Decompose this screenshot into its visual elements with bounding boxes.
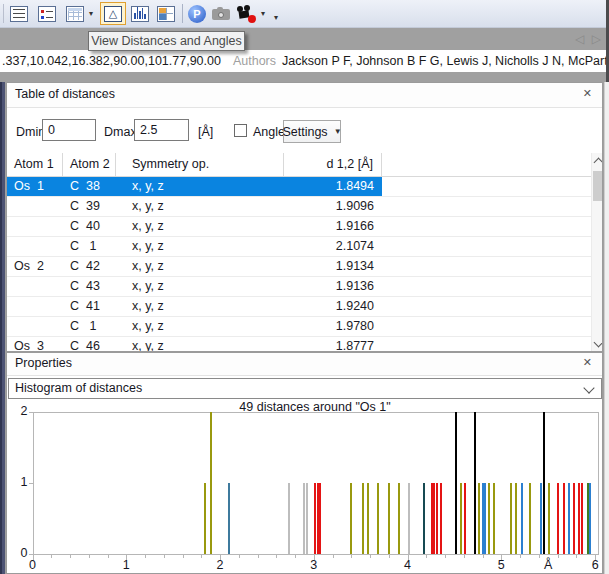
x-minor-tick — [108, 555, 109, 558]
dmax-input[interactable] — [134, 119, 189, 141]
x-minor-tick — [164, 555, 165, 558]
view-table-icon — [66, 6, 84, 22]
dock-divider[interactable] — [0, 82, 5, 574]
table-row[interactable]: C 1x, y, z2.1074 — [7, 237, 591, 257]
histogram-bar — [474, 412, 476, 554]
x-tick-label: 2 — [210, 558, 230, 572]
table-row[interactable]: C 43x, y, z1.9136 — [7, 277, 591, 297]
angstrom-unit-label: [Å] — [198, 125, 213, 139]
x-tick-label: 4 — [398, 558, 418, 572]
settings-button[interactable]: Settings▼ — [283, 120, 341, 143]
histogram-bar — [521, 483, 523, 554]
histogram-bar — [464, 483, 466, 554]
histogram-bar — [303, 483, 305, 554]
cell-atom2: C 1 — [63, 317, 116, 336]
column-header-distance[interactable]: d 1,2 [Å] — [284, 153, 382, 176]
table-row[interactable]: Os 3C 46x, y, z1.8777 — [7, 337, 591, 352]
x-axis-unit-label: Å — [540, 558, 556, 572]
view-histograms-button[interactable] — [129, 3, 151, 24]
scrollbar-thumb[interactable] — [593, 171, 603, 201]
view-list-button[interactable] — [36, 3, 58, 24]
histogram-bar — [460, 483, 462, 554]
histogram-bar — [581, 483, 583, 554]
panel-dock-arrow-icon[interactable]: ▾ — [104, 91, 108, 100]
distances-panel-close-icon[interactable]: ✕ — [583, 87, 592, 100]
cell-atom2: C 39 — [63, 197, 116, 216]
toolbar-grip — [3, 4, 4, 23]
structure-nav-arrows[interactable]: ◁ ▷ — [575, 32, 603, 46]
histogram-bar — [228, 483, 230, 554]
histogram-bar — [482, 483, 484, 554]
table-row[interactable]: Os 1C 38x, y, z1.8494 — [7, 177, 591, 197]
application-window: ▾ △ P ▾ ▾ V — [0, 0, 609, 574]
histogram-bar — [433, 483, 435, 554]
render-movie-button[interactable] — [234, 3, 258, 24]
snapshot-button[interactable] — [210, 3, 232, 24]
x-minor-tick — [258, 555, 259, 558]
cell-distance: 1.9136 — [284, 277, 382, 296]
scrollbar-down-icon[interactable] — [592, 336, 603, 351]
x-minor-tick — [201, 555, 202, 558]
histogram-bar — [568, 483, 570, 554]
histogram-bar — [440, 483, 442, 554]
cell-atom2: C 38 — [63, 177, 116, 196]
histogram-bar — [557, 483, 559, 554]
toolbar-overflow-icon[interactable]: ▾ — [274, 13, 278, 22]
column-header-symmetry[interactable]: Symmetry op. — [116, 153, 284, 176]
platon-button[interactable]: P — [186, 3, 208, 24]
view-table-button[interactable] — [64, 3, 86, 24]
x-tick-label: 1 — [116, 558, 136, 572]
column-header-atom1[interactable]: Atom 1 — [7, 153, 63, 176]
table-row[interactable]: C 41x, y, z1.9240 — [7, 297, 591, 317]
histogram-bar — [488, 483, 490, 554]
view-distances-angles-button[interactable]: △ — [100, 2, 126, 25]
view-table-dropdown-icon[interactable]: ▾ — [89, 9, 93, 18]
view-list-icon — [38, 6, 56, 22]
histogram-bar — [317, 483, 319, 554]
histogram-bar — [515, 483, 517, 554]
table-row[interactable]: Os 2C 42x, y, z1.9134 — [7, 257, 591, 277]
column-header-atom2[interactable]: Atom 2 — [63, 153, 116, 176]
properties-panel-title: Properties — [15, 356, 72, 370]
histogram-bar — [423, 483, 425, 554]
dmin-input[interactable] — [42, 119, 96, 141]
plot-right-border — [598, 412, 599, 554]
histogram-bar — [398, 483, 400, 554]
x-minor-tick — [483, 555, 484, 558]
property-selector-combobox[interactable]: Histogram of distances — [8, 378, 602, 399]
view-text-button[interactable] — [8, 3, 30, 24]
distance-histogram: 49 distances around "Os 1" 0120123456Å — [7, 399, 602, 574]
cell-atom2: C 42 — [63, 257, 116, 276]
distances-panel-title: Table of distances — [15, 87, 115, 101]
table-row[interactable]: C 39x, y, z1.9096 — [7, 197, 591, 217]
view-spreadsheet-button[interactable] — [155, 3, 177, 24]
cell-symmetry: x, y, z — [116, 217, 284, 236]
cell-distance: 1.9240 — [284, 297, 382, 316]
histogram-bar — [388, 483, 390, 554]
x-tick-label: 0 — [23, 558, 43, 572]
properties-panel-close-icon[interactable]: ✕ — [583, 356, 592, 369]
histogram-bar — [510, 483, 512, 554]
angles-checkbox[interactable] — [234, 124, 247, 137]
histogram-bar — [563, 483, 565, 554]
table-row[interactable]: C 1x, y, z1.9780 — [7, 317, 591, 337]
histogram-bar — [478, 483, 480, 554]
cell-atom1: Os 2 — [7, 257, 63, 276]
cell-atom1 — [7, 317, 63, 336]
y-axis — [33, 412, 34, 554]
x-axis — [33, 554, 600, 555]
cell-symmetry: x, y, z — [116, 197, 284, 216]
table-scrollbar[interactable] — [591, 153, 603, 352]
scrollbar-up-icon[interactable] — [592, 153, 603, 168]
property-selector-value: Histogram of distances — [15, 381, 142, 395]
y-tick-label: 1 — [7, 475, 28, 489]
cell-symmetry: x, y, z — [116, 177, 284, 196]
x-minor-tick — [276, 555, 277, 558]
distances-panel: Table of distances ▾ ✕ Dmin: Dmax: [Å] A… — [6, 82, 603, 352]
render-dropdown-icon[interactable]: ▾ — [261, 9, 265, 18]
table-row[interactable]: C 40x, y, z1.9166 — [7, 217, 591, 237]
x-minor-tick — [295, 555, 296, 558]
cell-atom1 — [7, 277, 63, 296]
panel-right-margin — [604, 82, 609, 574]
histogram-bar — [484, 483, 486, 554]
